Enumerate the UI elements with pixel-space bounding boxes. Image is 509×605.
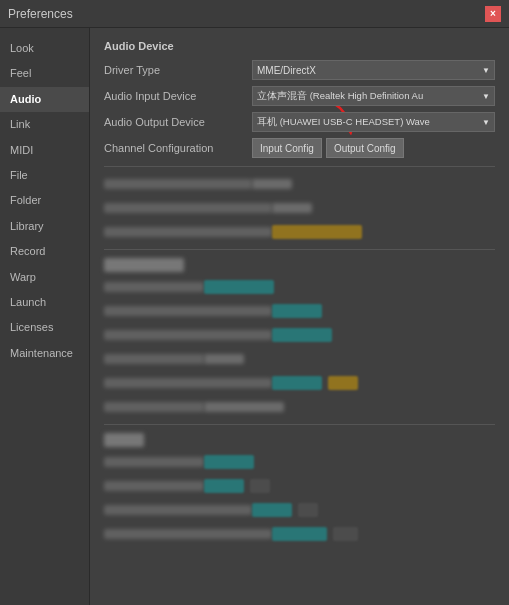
blurred-label-1 — [104, 179, 252, 189]
blurred-row-12 — [104, 501, 495, 519]
driver-type-control: MME/DirectX ▼ — [252, 60, 495, 80]
sidebar-item-look[interactable]: Look — [0, 36, 89, 61]
blurred-subsection-label-2 — [104, 433, 144, 447]
sidebar-item-feel[interactable]: Feel — [0, 61, 89, 86]
blurred-row-2 — [104, 199, 495, 217]
divider-1 — [104, 166, 495, 167]
dropdown-arrow-icon: ▼ — [482, 66, 490, 75]
sidebar-item-library[interactable]: Library — [0, 214, 89, 239]
audio-input-label: Audio Input Device — [104, 90, 252, 102]
blurred-label-5 — [104, 306, 272, 316]
dropdown-arrow-icon: ▼ — [482, 118, 490, 127]
sidebar-item-licenses[interactable]: Licenses — [0, 315, 89, 340]
window-title: Preferences — [8, 7, 73, 21]
blurred-bar-teal-3 — [272, 328, 332, 342]
blurred-row-8 — [104, 374, 495, 392]
blurred-bar-teal-7 — [252, 503, 292, 517]
sidebar-item-launch[interactable]: Launch — [0, 290, 89, 315]
blurred-bar-teal-1 — [204, 280, 274, 294]
row-driver-type: Driver Type MME/DirectX ▼ — [104, 60, 495, 80]
blurred-row-5 — [104, 302, 495, 320]
driver-type-label: Driver Type — [104, 64, 252, 76]
row-audio-output: Audio Output Device 耳机 (HUAWEI USB-C HEA… — [104, 112, 495, 132]
sidebar-item-record[interactable]: Record — [0, 239, 89, 264]
blurred-control-3 — [204, 354, 244, 364]
blurred-bar-gold-1 — [272, 225, 362, 239]
audio-input-dropdown[interactable]: 立体声混音 (Realtek High Definition Au ▼ — [252, 86, 495, 106]
audio-output-control: 耳机 (HUAWEI USB-C HEADSET) Wave ▼ — [252, 112, 495, 132]
divider-3 — [104, 424, 495, 425]
blurred-row-10 — [104, 453, 495, 471]
blurred-label-6 — [104, 330, 272, 340]
blurred-bar-teal-6 — [204, 479, 244, 493]
section-header-audio-device: Audio Device — [104, 40, 495, 52]
blurred-row-6 — [104, 326, 495, 344]
blurred-subsection-label — [104, 258, 184, 272]
blurred-bar-dark-2 — [298, 503, 318, 517]
input-config-button[interactable]: Input Config — [252, 138, 322, 158]
sidebar-item-midi[interactable]: MIDI — [0, 138, 89, 163]
channel-config-control: Input Config Output Config — [252, 138, 495, 158]
blurred-label-7 — [104, 354, 204, 364]
title-bar: Preferences × — [0, 0, 509, 28]
close-button[interactable]: × — [485, 6, 501, 22]
audio-output-label: Audio Output Device — [104, 116, 252, 128]
blurred-bar-teal-5 — [204, 455, 254, 469]
blurred-bar-gold-2 — [328, 376, 358, 390]
blurred-label-11 — [104, 481, 204, 491]
blurred-row-3 — [104, 223, 495, 241]
blurred-label-9 — [104, 402, 204, 412]
blurred-label-10 — [104, 457, 204, 467]
blurred-row-13 — [104, 525, 495, 543]
row-audio-input: Audio Input Device 立体声混音 (Realtek High D… — [104, 86, 495, 106]
blurred-label-13 — [104, 529, 272, 539]
blurred-control-4 — [204, 402, 284, 412]
sidebar-item-audio[interactable]: Audio — [0, 87, 89, 112]
driver-type-dropdown[interactable]: MME/DirectX ▼ — [252, 60, 495, 80]
channel-config-label: Channel Configuration — [104, 142, 252, 154]
sidebar-item-file[interactable]: File — [0, 163, 89, 188]
blurred-bar-teal-8 — [272, 527, 327, 541]
blurred-row-11 — [104, 477, 495, 495]
blurred-label-4 — [104, 282, 204, 292]
blurred-label-2 — [104, 203, 272, 213]
blurred-bar-dark-3 — [333, 527, 358, 541]
blurred-label-8 — [104, 378, 272, 388]
blurred-row-1 — [104, 175, 495, 193]
blurred-label-12 — [104, 505, 252, 515]
blurred-control-1 — [252, 179, 292, 189]
blurred-bar-dark-1 — [250, 479, 270, 493]
preferences-window: Preferences × Look Feel Audio Link MIDI … — [0, 0, 509, 605]
audio-input-control: 立体声混音 (Realtek High Definition Au ▼ — [252, 86, 495, 106]
blurred-label-3 — [104, 227, 272, 237]
sidebar-item-maintenance[interactable]: Maintenance — [0, 341, 89, 366]
blurred-bar-teal-4 — [272, 376, 322, 390]
main-panel: Audio Device Driver Type MME/DirectX ▼ A… — [90, 28, 509, 605]
row-channel-config: Channel Configuration Input Config Outpu… — [104, 138, 495, 158]
content-area: Look Feel Audio Link MIDI File Folder Li… — [0, 28, 509, 605]
blurred-control-2 — [272, 203, 312, 213]
blurred-bar-teal-2 — [272, 304, 322, 318]
divider-2 — [104, 249, 495, 250]
sidebar-item-link[interactable]: Link — [0, 112, 89, 137]
sidebar-item-folder[interactable]: Folder — [0, 188, 89, 213]
blurred-row-9 — [104, 398, 495, 416]
audio-output-dropdown[interactable]: 耳机 (HUAWEI USB-C HEADSET) Wave ▼ — [252, 112, 495, 132]
output-config-button[interactable]: Output Config — [326, 138, 404, 158]
sidebar-item-warp[interactable]: Warp — [0, 265, 89, 290]
sidebar: Look Feel Audio Link MIDI File Folder Li… — [0, 28, 90, 605]
blurred-row-7 — [104, 350, 495, 368]
dropdown-arrow-icon: ▼ — [482, 92, 490, 101]
blurred-row-4 — [104, 278, 495, 296]
